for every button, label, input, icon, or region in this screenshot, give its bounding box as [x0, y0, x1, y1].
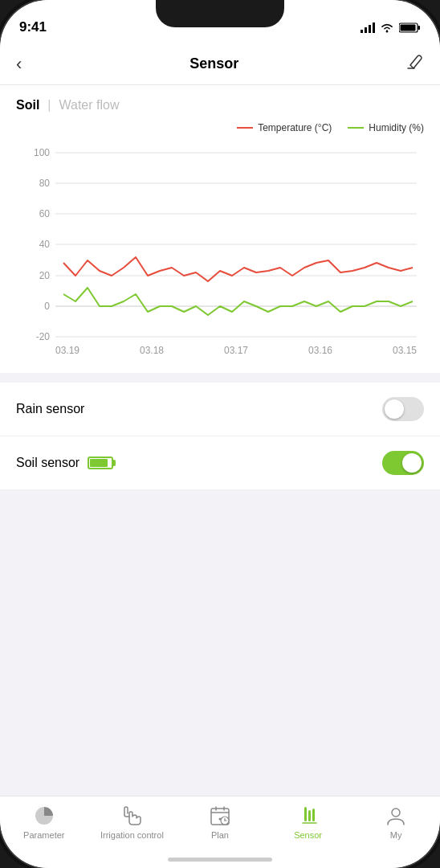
temperature-line	[63, 257, 413, 281]
svg-rect-2	[369, 25, 371, 33]
nav-label-parameter: Parameter	[23, 830, 64, 840]
chart-section: Soil | Water flow Temperature (°C) Humid…	[0, 85, 440, 373]
edit-icon	[406, 54, 424, 70]
nav-item-plan[interactable]: Plan	[176, 805, 264, 840]
battery-fill	[90, 459, 108, 467]
nav-label-my: My	[390, 830, 402, 840]
user-icon	[385, 805, 407, 827]
nav-label-sensor: Sensor	[294, 830, 322, 840]
humidity-line-indicator	[348, 127, 364, 129]
x-label-0317: 03.17	[224, 345, 248, 356]
legend-humidity: Humidity (%)	[348, 122, 424, 133]
nav-item-sensor[interactable]: Sensor	[264, 805, 352, 840]
rain-sensor-thumb	[385, 399, 404, 419]
svg-rect-7	[418, 26, 421, 30]
tab-soil[interactable]: Soil	[16, 98, 39, 113]
sensor-section: Rain sensor Soil sensor	[0, 383, 440, 490]
soil-sensor-row: Soil sensor	[0, 436, 440, 490]
chart-container: 100 80 60 40 20	[0, 137, 440, 373]
soil-sensor-toggle[interactable]	[382, 451, 424, 475]
status-bar: 9:41	[0, 0, 440, 43]
soil-sensor-left: Soil sensor	[16, 456, 113, 470]
nav-label-plan: Plan	[211, 830, 229, 840]
y-label-80: 80	[39, 178, 51, 189]
chart-pie-icon	[33, 805, 55, 827]
svg-point-21	[392, 809, 400, 817]
temperature-line-indicator	[237, 127, 253, 129]
svg-rect-1	[365, 27, 367, 33]
y-label-20: 20	[39, 270, 51, 281]
nav-label-irrigation: Irrigation control	[100, 830, 164, 840]
soil-sensor-label: Soil sensor	[16, 456, 79, 470]
x-label-0318: 03.18	[140, 345, 164, 356]
battery-status-icon	[399, 23, 421, 33]
x-label-0316: 03.16	[308, 345, 332, 356]
svg-rect-19	[312, 809, 315, 821]
sensor-icon	[297, 805, 320, 827]
calendar-icon	[209, 805, 231, 827]
y-label-0: 0	[44, 301, 50, 312]
x-label-0319: 03.19	[55, 345, 79, 356]
humidity-label: Humidity (%)	[369, 122, 424, 133]
chart-tabs: Soil | Water flow	[0, 98, 440, 113]
rain-sensor-row: Rain sensor	[0, 383, 440, 436]
y-label-100: 100	[34, 147, 50, 158]
wifi-icon	[380, 23, 394, 33]
svg-rect-18	[308, 810, 311, 821]
rain-sensor-label: Rain sensor	[16, 402, 84, 416]
svg-rect-17	[304, 807, 307, 821]
svg-rect-3	[373, 23, 375, 33]
hand-icon	[120, 805, 143, 827]
signal-icon	[361, 23, 375, 33]
nav-item-parameter[interactable]: Parameter	[0, 805, 88, 840]
sensor-chart: 100 80 60 40 20	[8, 137, 432, 362]
edit-button[interactable]	[406, 54, 424, 74]
nav-header: ‹ Sensor	[0, 43, 440, 85]
svg-point-4	[386, 30, 389, 32]
home-indicator	[168, 858, 272, 862]
tab-divider: |	[47, 98, 51, 113]
status-time: 9:41	[19, 19, 47, 35]
back-button[interactable]: ‹	[16, 54, 22, 75]
y-label-40: 40	[39, 239, 51, 250]
humidity-line	[63, 288, 413, 315]
temperature-label: Temperature (°C)	[258, 122, 332, 133]
svg-rect-0	[361, 30, 363, 33]
chart-legend: Temperature (°C) Humidity (%)	[0, 119, 440, 137]
rain-sensor-toggle[interactable]	[382, 397, 424, 421]
x-label-0315: 03.15	[393, 345, 417, 356]
soil-sensor-thumb	[402, 453, 422, 473]
tab-waterflow[interactable]: Water flow	[59, 98, 120, 113]
nav-item-irrigation[interactable]: Irrigation control	[88, 805, 177, 840]
content-area: Soil | Water flow Temperature (°C) Humid…	[0, 85, 440, 796]
nav-item-my[interactable]: My	[352, 805, 440, 840]
svg-rect-6	[401, 24, 416, 31]
soil-battery-icon	[88, 457, 113, 469]
y-label-neg20: -20	[36, 331, 51, 342]
status-icons	[361, 23, 421, 33]
notch	[156, 0, 284, 27]
page-title: Sensor	[189, 55, 238, 72]
y-label-60: 60	[39, 208, 51, 219]
legend-temperature: Temperature (°C)	[237, 122, 332, 133]
